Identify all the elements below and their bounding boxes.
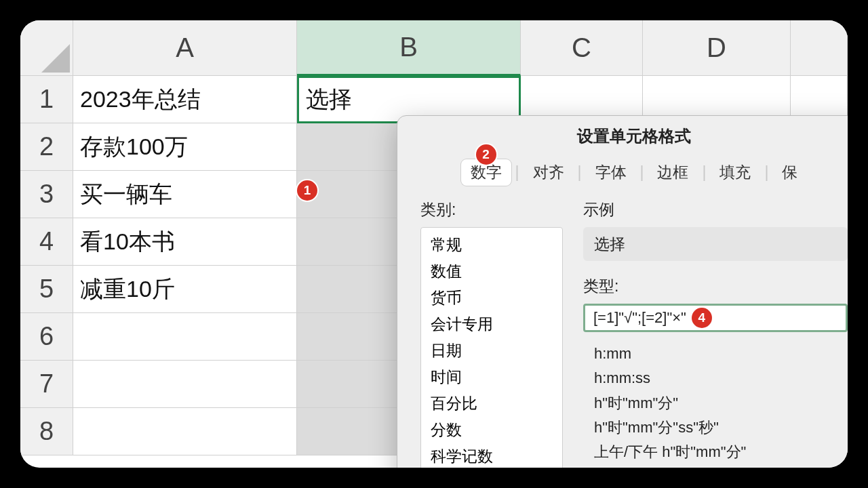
tab-separator: |: [764, 163, 768, 182]
category-item-时间[interactable]: 时间: [421, 364, 562, 390]
row-header-3[interactable]: 3: [20, 171, 73, 218]
category-item-分数[interactable]: 分数: [421, 417, 562, 443]
type-label: 类型:: [583, 276, 848, 297]
tab-separator: |: [578, 163, 582, 182]
tab-separator: |: [702, 163, 706, 182]
select-all-corner[interactable]: [20, 20, 73, 76]
cell-A1[interactable]: 2023年总结: [73, 76, 297, 123]
annotation-marker-4: 4: [692, 308, 712, 328]
format-list-item[interactable]: h"时"mm"分"ss"秒": [594, 415, 848, 440]
category-item-常规[interactable]: 常规: [421, 232, 562, 258]
cell-A8[interactable]: [73, 408, 297, 455]
sample-label: 示例: [583, 199, 848, 220]
category-item-货币[interactable]: 货币: [421, 285, 562, 311]
cell-A6[interactable]: [73, 313, 297, 361]
category-item-会计专用[interactable]: 会计专用: [421, 311, 562, 338]
detail-column: 示例 选择 类型: [=1]"√";[=2]"×" 4 h:mmh:mm:ssh…: [583, 199, 848, 468]
category-list[interactable]: 常规数值货币会计专用日期时间百分比分数科学记数文本特殊自定义3: [420, 227, 563, 468]
category-label: 类别:: [420, 199, 563, 220]
sample-box: 选择: [583, 227, 848, 261]
annotation-marker-2: 2: [476, 144, 496, 165]
format-list-item[interactable]: h"时"mm"分": [594, 391, 848, 415]
column-header-B[interactable]: B: [297, 20, 521, 76]
format-list-item[interactable]: 上午/下午 h"时"mm"分"ss"秒": [594, 464, 848, 468]
category-column: 类别: 常规数值货币会计专用日期时间百分比分数科学记数文本特殊自定义3: [420, 199, 563, 468]
column-header-A[interactable]: A: [73, 20, 297, 76]
cell-A2[interactable]: 存款100万: [73, 123, 297, 171]
category-item-科学记数[interactable]: 科学记数: [421, 443, 562, 468]
sample-value: 选择: [594, 234, 625, 255]
row-header-8[interactable]: 8: [20, 408, 73, 455]
tab-边框[interactable]: 边框: [648, 159, 698, 186]
row-header-7[interactable]: 7: [20, 361, 73, 408]
format-list-item[interactable]: 上午/下午 h"时"mm"分": [594, 440, 848, 464]
row-header-1[interactable]: 1: [20, 76, 73, 123]
tab-填充[interactable]: 填充: [710, 159, 760, 186]
annotation-marker-1: 1: [297, 180, 317, 201]
tab-separator: |: [640, 163, 644, 182]
dialog-tabs: 数字2|对齐|字体|边框|填充|保: [397, 159, 848, 195]
cell-A7[interactable]: [73, 361, 297, 408]
type-input-value: [=1]"√";[=2]"×": [593, 309, 686, 327]
cell-A3[interactable]: 买一辆车: [73, 171, 297, 218]
tab-字体[interactable]: 字体: [586, 159, 636, 186]
tab-对齐[interactable]: 对齐: [524, 159, 574, 186]
app-window: ABCD12023年总结选择2存款100万3买一辆车4看10本书5减重10斤67…: [20, 20, 848, 468]
tab-separator: |: [515, 163, 519, 182]
row-header-5[interactable]: 5: [20, 266, 73, 313]
column-header-C[interactable]: C: [521, 20, 643, 76]
tab-数字[interactable]: 数字2: [461, 159, 511, 186]
column-header-extra[interactable]: [791, 20, 848, 76]
format-list[interactable]: h:mmh:mm:ssh"时"mm"分"h"时"mm"分"ss"秒"上午/下午 …: [583, 342, 848, 468]
dialog-title: 设置单元格格式: [397, 116, 848, 159]
cell-A5[interactable]: 减重10斤: [73, 266, 297, 313]
category-item-日期[interactable]: 日期: [421, 338, 562, 364]
row-header-6[interactable]: 6: [20, 313, 73, 361]
row-header-4[interactable]: 4: [20, 218, 73, 266]
column-header-D[interactable]: D: [643, 20, 791, 76]
tab-保[interactable]: 保: [772, 159, 807, 186]
format-list-item[interactable]: h:mm: [594, 342, 848, 366]
category-item-数值[interactable]: 数值: [421, 258, 562, 285]
format-cells-dialog: 设置单元格格式 数字2|对齐|字体|边框|填充|保 类别: 常规数值货币会计专用…: [397, 115, 848, 468]
type-input[interactable]: [=1]"√";[=2]"×" 4: [583, 304, 848, 332]
cell-A4[interactable]: 看10本书: [73, 218, 297, 266]
row-header-2[interactable]: 2: [20, 123, 73, 171]
category-item-百分比[interactable]: 百分比: [421, 390, 562, 417]
format-list-item[interactable]: h:mm:ss: [594, 366, 848, 390]
